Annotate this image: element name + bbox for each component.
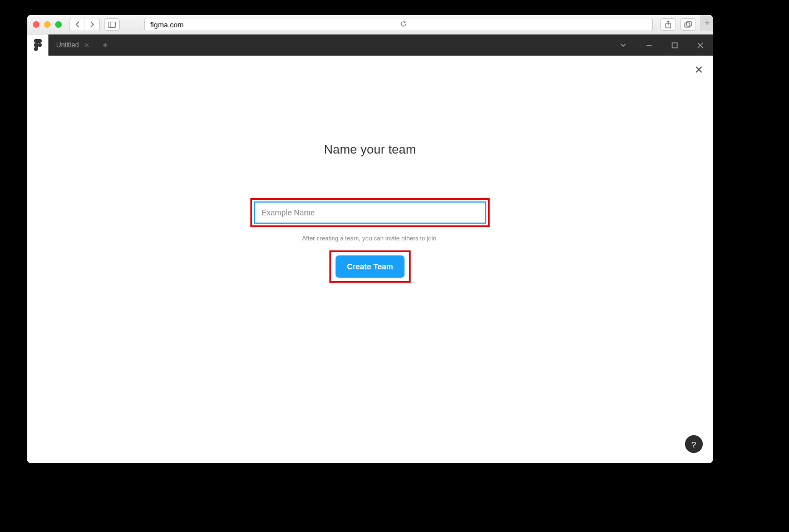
close-icon [695, 66, 703, 73]
plus-icon [704, 20, 710, 26]
browser-url-text: figma.com [150, 21, 397, 29]
refresh-icon [400, 21, 407, 27]
team-name-input[interactable] [254, 201, 486, 224]
browser-forward-button[interactable] [85, 18, 99, 31]
tabs-icon [684, 21, 692, 28]
browser-new-tab-button[interactable] [701, 15, 713, 31]
app-menu-dropdown[interactable] [610, 43, 636, 47]
browser-refresh-button[interactable] [400, 21, 647, 29]
browser-nav-buttons [70, 18, 100, 31]
svg-rect-0 [109, 22, 116, 27]
app-window-controls [610, 35, 713, 56]
app-tab-bar: Untitled [27, 35, 713, 56]
browser-right-controls [660, 18, 707, 31]
browser-window: figma.com [27, 15, 713, 463]
window-maximize-button[interactable] [55, 21, 62, 28]
content-area: Name your team After creating a team, yo… [27, 56, 713, 463]
svg-rect-3 [685, 23, 690, 27]
team-name-highlight [250, 198, 490, 227]
help-icon: ? [692, 440, 696, 449]
close-icon [697, 42, 703, 48]
maximize-icon [672, 42, 678, 48]
sidebar-icon [108, 22, 116, 28]
window-traffic-lights [33, 21, 62, 28]
document-tab[interactable]: Untitled [48, 35, 97, 56]
chevron-down-icon [620, 43, 626, 47]
svg-rect-6 [672, 43, 677, 48]
svg-point-5 [38, 43, 42, 47]
window-minimize-button[interactable] [44, 21, 51, 28]
window-close-button[interactable] [33, 21, 40, 28]
dialog-title: Name your team [250, 142, 490, 157]
app-minimize-button[interactable] [636, 42, 662, 48]
svg-rect-4 [687, 22, 692, 26]
dialog-close-button[interactable] [693, 63, 705, 76]
close-icon [85, 43, 89, 47]
plus-icon [102, 42, 108, 48]
browser-share-button[interactable] [660, 18, 676, 31]
dialog-hint: After creating a team, you can invite ot… [250, 235, 490, 242]
chevron-right-icon [90, 21, 95, 28]
document-tab-title: Untitled [56, 41, 79, 49]
create-team-highlight: Create Team [329, 250, 410, 283]
browser-url-bar[interactable]: figma.com [144, 18, 653, 31]
browser-back-button[interactable] [70, 18, 85, 31]
chevron-left-icon [75, 21, 80, 28]
app-maximize-button[interactable] [662, 42, 687, 48]
figma-logo[interactable] [27, 35, 48, 56]
browser-sidebar-button[interactable] [104, 18, 120, 31]
minimize-icon [646, 42, 652, 48]
app-close-button[interactable] [687, 42, 713, 48]
browser-toolbar: figma.com [27, 15, 713, 35]
help-button[interactable]: ? [685, 435, 703, 453]
document-tab-close[interactable] [85, 41, 89, 49]
new-document-tab-button[interactable] [97, 35, 114, 56]
browser-tabs-button[interactable] [680, 18, 696, 31]
figma-logo-icon [34, 39, 42, 51]
create-team-dialog: Name your team After creating a team, yo… [250, 142, 490, 283]
share-icon [665, 21, 672, 28]
create-team-button[interactable]: Create Team [336, 255, 404, 278]
